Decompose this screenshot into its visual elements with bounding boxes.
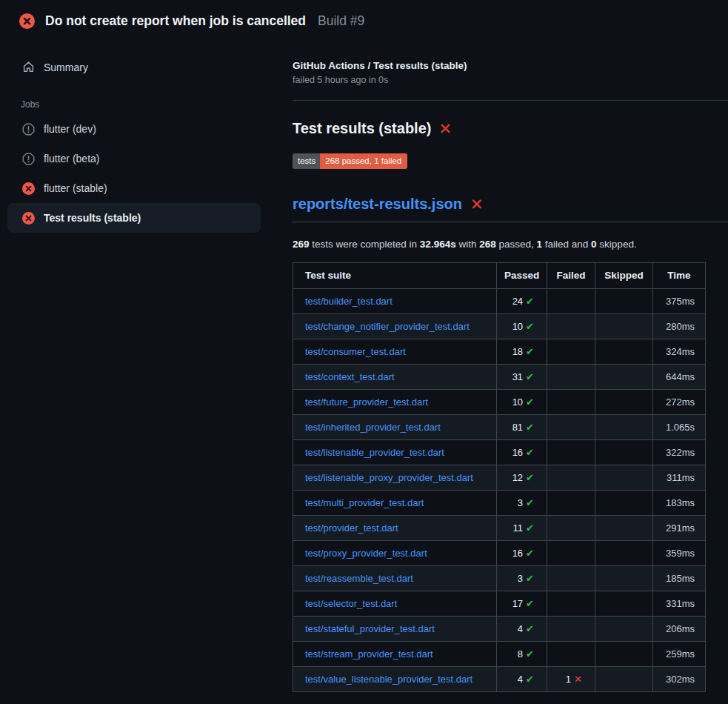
table-row: test/change_notifier_provider_test.dart1…: [293, 313, 706, 339]
suite-link[interactable]: test/change_notifier_provider_test.dart: [305, 321, 470, 332]
table-row: test/context_test.dart31✔644ms: [293, 364, 706, 389]
sidebar-job-item[interactable]: flutter (stable): [7, 173, 261, 203]
table-row: test/listenable_provider_test.dart16✔322…: [293, 439, 706, 465]
failed-cell: [547, 313, 595, 339]
job-label: flutter (beta): [44, 153, 99, 165]
table-row: test/multi_provider_test.dart3✔183ms: [293, 490, 706, 515]
passed-count: 10: [512, 396, 523, 408]
section-title: Test results (stable): [293, 120, 431, 137]
jobs-section-label: Jobs: [21, 99, 293, 110]
failed-cell: [547, 364, 595, 389]
passed-count: 12: [512, 472, 523, 483]
suite-cell: test/inherited_provider_test.dart: [293, 414, 497, 439]
passed-cell: 10✔: [497, 313, 547, 339]
passed-count: 4: [518, 674, 523, 685]
check-icon: ✔: [526, 321, 534, 332]
failed-cell: 1✕: [547, 666, 595, 691]
summary-segment: 1: [537, 239, 543, 250]
x-circle-icon: [19, 13, 35, 29]
passed-cell: 81✔: [497, 414, 547, 439]
check-icon: ✔: [526, 396, 534, 408]
sidebar-job-item[interactable]: flutter (dev): [7, 114, 261, 144]
passed-count: 16: [512, 447, 523, 458]
suite-link[interactable]: test/future_provider_test.dart: [305, 396, 428, 408]
run-meta: failed 5 hours ago in 0s: [293, 75, 728, 85]
check-icon: ✔: [526, 548, 534, 559]
passed-count: 10: [512, 321, 523, 332]
time-cell: 1.065s: [653, 414, 706, 439]
check-run-header: Do not create report when job is cancell…: [0, 0, 728, 38]
failed-cell: [547, 288, 595, 313]
failed-count: 1: [566, 674, 571, 685]
time-cell: 280ms: [653, 313, 706, 339]
table-header-row: Test suitePassedFailedSkippedTime: [293, 262, 706, 288]
check-icon: ✔: [526, 346, 534, 357]
job-label: Test results (stable): [44, 212, 141, 224]
sidebar-job-item[interactable]: Test results (stable): [7, 203, 261, 233]
passed-count: 11: [513, 522, 524, 534]
passed-cell: 3✔: [497, 565, 547, 591]
col-header-passed: Passed: [497, 262, 547, 288]
passed-count: 3: [518, 497, 523, 508]
time-cell: 324ms: [653, 339, 706, 364]
suite-link[interactable]: test/consumer_test.dart: [305, 346, 406, 357]
check-icon: ✔: [526, 573, 534, 584]
sidebar-job-item[interactable]: flutter (beta): [7, 144, 261, 173]
summary-segment: 32.964s: [420, 239, 456, 250]
badge-label: tests: [293, 153, 320, 169]
suite-link[interactable]: test/multi_provider_test.dart: [305, 497, 424, 508]
suite-link[interactable]: test/stateful_provider_test.dart: [305, 623, 435, 634]
summary-segment: with: [456, 239, 480, 250]
suite-cell: test/selector_test.dart: [293, 591, 497, 616]
stop-icon: [22, 153, 35, 165]
check-icon: ✔: [526, 522, 534, 534]
skipped-cell: [595, 288, 653, 313]
summary-segment: passed,: [496, 239, 537, 250]
x-circle-icon: [22, 212, 35, 225]
suite-link[interactable]: test/value_listenable_provider_test.dart: [305, 674, 472, 685]
sidebar: Summary Jobs flutter (dev)flutter (beta)…: [0, 38, 293, 233]
failed-cell: [547, 389, 595, 414]
sidebar-summary-label: Summary: [44, 62, 88, 73]
sidebar-item-summary[interactable]: Summary: [7, 54, 261, 80]
check-icon: ✔: [526, 422, 534, 433]
passed-count: 17: [512, 598, 523, 609]
summary-segment: failed and: [542, 239, 591, 250]
skipped-cell: [595, 364, 653, 389]
time-cell: 206ms: [653, 616, 706, 641]
skipped-cell: [595, 339, 653, 364]
suite-link[interactable]: test/stream_provider_test.dart: [305, 648, 433, 660]
passed-cell: 10✔: [497, 389, 547, 414]
skipped-cell: [595, 439, 653, 465]
suite-cell: test/change_notifier_provider_test.dart: [293, 313, 497, 339]
badge-value: 268 passed, 1 failed: [320, 153, 407, 169]
failed-cell: [547, 465, 595, 490]
skipped-cell: [595, 389, 653, 414]
check-icon: ✔: [526, 296, 534, 307]
x-circle-icon: [22, 182, 35, 195]
suite-link[interactable]: test/selector_test.dart: [305, 598, 397, 609]
suite-cell: test/context_test.dart: [293, 364, 497, 389]
passed-count: 8: [518, 648, 523, 660]
summary-segment: 0: [591, 239, 597, 250]
time-cell: 272ms: [653, 389, 706, 414]
suite-link[interactable]: test/inherited_provider_test.dart: [305, 422, 441, 433]
report-title-link[interactable]: reports/test-results.json: [293, 196, 462, 213]
time-cell: 183ms: [653, 490, 706, 515]
suite-link[interactable]: test/builder_test.dart: [305, 296, 393, 307]
suite-link[interactable]: test/proxy_provider_test.dart: [305, 548, 427, 559]
time-cell: 331ms: [653, 591, 706, 616]
passed-cell: 16✔: [497, 439, 547, 465]
home-icon: [22, 61, 35, 73]
table-row: test/stateful_provider_test.dart4✔206ms: [293, 616, 706, 641]
suite-link[interactable]: test/listenable_proxy_provider_test.dart: [305, 472, 473, 483]
passed-cell: 31✔: [497, 364, 547, 389]
job-label: flutter (dev): [44, 123, 96, 135]
suite-link[interactable]: test/listenable_provider_test.dart: [305, 447, 444, 458]
passed-cell: 16✔: [497, 540, 547, 565]
suite-link[interactable]: test/provider_test.dart: [305, 522, 398, 534]
suite-link[interactable]: test/reassemble_test.dart: [305, 573, 413, 584]
skipped-cell: [595, 616, 653, 641]
suite-link[interactable]: test/context_test.dart: [305, 371, 395, 382]
table-row: test/future_provider_test.dart10✔272ms: [293, 389, 706, 414]
